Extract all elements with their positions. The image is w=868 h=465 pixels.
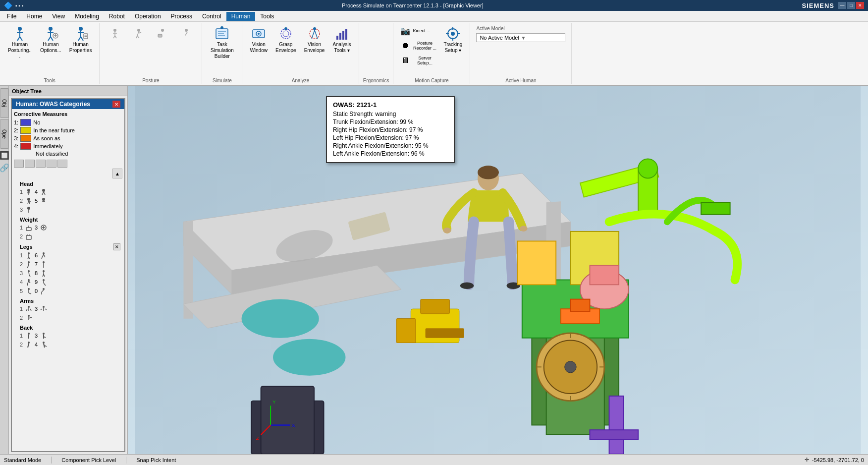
viewport[interactable]: X Y Z OWAS: 2121-1 Static Strength: warn… — [128, 86, 868, 454]
maximize-button[interactable]: □ — [847, 2, 855, 9]
head-row1-num: 1 — [16, 189, 23, 195]
svg-point-97 — [43, 270, 45, 272]
posture-btn4[interactable] — [175, 24, 198, 44]
legs-row2-val: 7 — [35, 261, 38, 267]
legs-header: Legs ✕ — [14, 243, 122, 251]
svg-line-110 — [29, 293, 31, 294]
owas-popup-title: OWAS: 2121-1 — [333, 101, 448, 109]
human-options-button[interactable]: HumanOptions... — [37, 24, 65, 56]
svg-rect-53 — [345, 29, 347, 40]
svg-line-84 — [29, 257, 30, 259]
server-setup-button[interactable]: 🖥 Server Setup... — [397, 54, 439, 67]
svg-line-65 — [44, 192, 45, 195]
vision-envelope-button[interactable]: VisionEnvelope — [301, 24, 328, 56]
svg-point-55 — [451, 32, 455, 36]
scroll-up-button[interactable]: ▲ — [112, 169, 122, 178]
owas-close-button[interactable]: ✕ — [112, 101, 120, 108]
menu-file[interactable]: File — [2, 12, 21, 21]
legs-row1-val: 6 — [35, 252, 38, 258]
teal-disk2 — [273, 339, 345, 376]
kinect-button[interactable]: 📷 Kinect ... — [397, 24, 439, 38]
svg-line-24 — [113, 36, 115, 38]
arms-row1-num: 1 — [16, 306, 23, 312]
svg-point-118 — [43, 306, 45, 308]
tracking-setup-button[interactable]: TrackingSetup ▾ — [440, 24, 466, 56]
svg-rect-144 — [426, 328, 464, 338]
kinect-label: Kinect ... — [413, 28, 430, 33]
arms-row2-num: 2 — [16, 315, 23, 321]
grid-cell-2 — [25, 160, 35, 168]
task-simulation-builder-button[interactable]: Task SimulationBuilder — [206, 24, 238, 61]
legs-row-2: 2 7 — [14, 260, 122, 269]
human-posturing-button[interactable]: HumanPosturing... — [4, 24, 36, 61]
svg-line-134 — [45, 346, 47, 347]
task-sim-icon — [214, 26, 230, 42]
svg-line-107 — [44, 283, 46, 286]
svg-text:X: X — [292, 422, 295, 428]
posture-recorder-button[interactable]: ⏺ Posture Recorder ... — [397, 39, 439, 53]
svg-rect-142 — [421, 299, 450, 314]
menu-process[interactable]: Process — [166, 12, 197, 21]
menu-modeling[interactable]: Modeling — [70, 12, 104, 21]
svg-point-71 — [27, 207, 30, 210]
ribbon-group-motion-capture: 📷 Kinect ... ⏺ Posture Recorder ... 🖥 Se… — [393, 23, 470, 84]
human-posturing-icon — [12, 26, 28, 42]
posture-btn3[interactable] — [151, 24, 174, 44]
posture-btn2[interactable] — [127, 24, 150, 44]
weight-row2-num: 2 — [16, 233, 23, 239]
posture-group-label: Posture — [142, 78, 159, 83]
active-model-label: Active Model — [476, 26, 565, 31]
close-button[interactable]: ✕ — [856, 2, 864, 9]
menu-control[interactable]: Control — [197, 12, 226, 21]
svg-line-8 — [48, 37, 51, 41]
svg-line-121 — [45, 309, 47, 310]
side-tab-objects[interactable]: Obj — [0, 88, 8, 118]
left-panel: Object Tree Human: OWAS Categories ✕ Cor… — [9, 86, 128, 454]
side-tab-ops[interactable]: Ope — [0, 119, 8, 149]
svg-point-85 — [43, 252, 45, 254]
menu-home[interactable]: Home — [21, 12, 47, 21]
back-row1-num: 1 — [16, 333, 23, 339]
menu-robot[interactable]: Robot — [104, 12, 130, 21]
status-pick-level: Component Pick Level — [61, 457, 116, 463]
legs-label: Legs — [20, 244, 33, 250]
grasp-envelope-button[interactable]: GraspEnvelope — [272, 24, 300, 56]
legs-row2-icon2 — [40, 260, 48, 268]
status-mode: Standard Mode — [4, 457, 41, 463]
svg-line-104 — [29, 281, 30, 283]
svg-rect-167 — [590, 265, 619, 285]
legs-row5-icon — [25, 287, 33, 295]
head-row2-num: 2 — [16, 198, 23, 204]
analysis-tools-button[interactable]: AnalysisTools ▾ — [329, 24, 354, 56]
window-controls[interactable]: — □ ✕ — [838, 2, 864, 9]
active-model-dropdown[interactable]: No Active Model ▼ — [476, 33, 565, 42]
menu-human[interactable]: Human — [226, 12, 256, 21]
legs-row-5: 5 0 — [14, 287, 122, 295]
legs-row3-val: 8 — [35, 270, 38, 276]
svg-line-103 — [27, 283, 28, 286]
svg-line-30 — [139, 32, 141, 33]
human-properties-button[interactable]: HumanProperties — [66, 24, 96, 56]
human-properties-label: HumanProperties — [69, 42, 92, 54]
svg-line-90 — [28, 263, 29, 266]
back-section: Back 1 3 2 4 — [14, 324, 122, 349]
legs-row-3: 3 8 — [14, 269, 122, 278]
weight-row1-icon2 — [40, 224, 48, 232]
status-sep-2 — [126, 457, 126, 464]
human-options-icon — [43, 26, 58, 42]
menu-operation[interactable]: Operation — [130, 12, 166, 21]
weight-row-2: 2 — [14, 232, 122, 241]
weight-row2-icon — [25, 232, 33, 240]
menu-tools[interactable]: Tools — [255, 12, 279, 21]
window-icons: ▪ ▪ ▪ — [15, 3, 23, 8]
titlebar: 🔷 ▪ ▪ ▪ Process Simulate on Teamcenter 1… — [0, 0, 868, 11]
ribbon-content: HumanPosturing... HumanOptions... HumanP… — [0, 22, 868, 85]
simulate-group-label: Simulate — [213, 78, 232, 83]
posture-btn1[interactable] — [104, 24, 126, 44]
menu-view[interactable]: View — [47, 12, 70, 21]
window-title: Process Simulate on Teamcenter 12.1.3 - … — [23, 2, 802, 8]
legs-collapse-button[interactable]: ✕ — [113, 243, 120, 250]
minimize-button[interactable]: — — [838, 2, 846, 9]
posture-icon2 — [131, 26, 147, 42]
vision-window-button[interactable]: VisionWindow — [246, 24, 271, 56]
